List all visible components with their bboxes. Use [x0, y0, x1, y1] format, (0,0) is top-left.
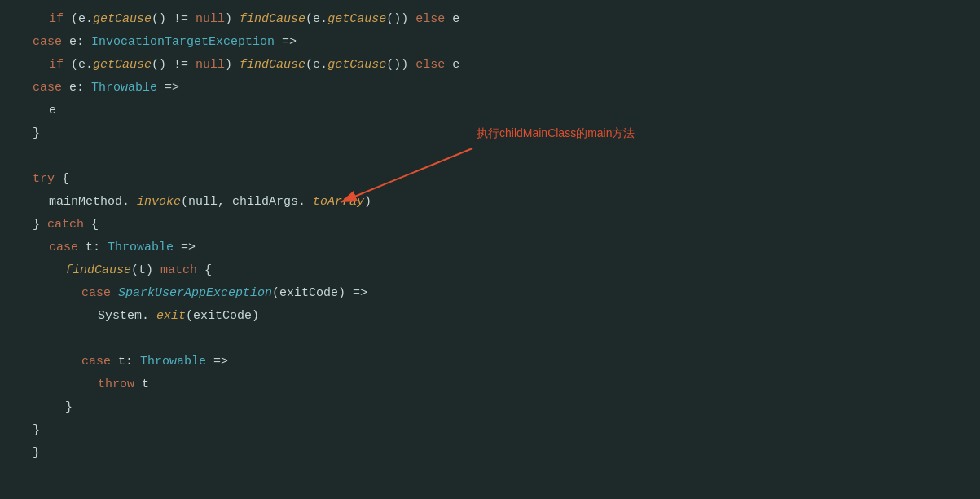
code-token: case	[49, 238, 78, 258]
code-token: Throwable	[91, 78, 157, 98]
code-token: case	[81, 284, 111, 303]
code-token: null	[196, 10, 225, 29]
code-line: case e: InvocationTargetException =>	[0, 31, 980, 54]
code-token: =>	[174, 238, 196, 258]
code-line: } catch {	[0, 214, 980, 236]
code-token: getCause	[327, 10, 386, 29]
code-token: e	[49, 101, 56, 121]
code-token: =>	[157, 78, 179, 98]
code-token: )	[225, 55, 240, 75]
code-token: (null, childArgs.	[181, 192, 313, 212]
code-token: ())	[386, 55, 415, 75]
code-token: getCause	[327, 55, 386, 75]
code-line	[0, 145, 980, 168]
code-token: SparkUserAppException	[118, 284, 272, 303]
code-token: case	[33, 78, 62, 98]
code-token: findCause	[240, 55, 305, 75]
code-token: =>	[206, 352, 228, 372]
code-token: InvocationTargetException	[91, 33, 275, 52]
code-token: e:	[62, 78, 91, 98]
code-token	[111, 284, 118, 303]
code-line: }	[0, 396, 980, 419]
code-line: if (e.getCause() != null) findCause(e.ge…	[0, 8, 980, 31]
code-token: toArray	[313, 192, 364, 212]
code-token: (exitCode)	[186, 307, 259, 326]
code-token: }	[33, 215, 47, 235]
code-line	[0, 328, 980, 351]
code-line: }	[0, 419, 980, 442]
code-token: () !=	[152, 55, 196, 75]
code-token: ())	[386, 10, 415, 29]
code-token: catch	[47, 215, 84, 235]
code-line: e	[0, 99, 980, 122]
code-token: else	[415, 55, 445, 75]
code-token: }	[33, 444, 40, 463]
code-line: try {	[0, 168, 980, 191]
annotation-text: 执行childMainClass的main方法	[477, 126, 635, 141]
code-token: t	[134, 375, 149, 395]
code-line: mainMethod. invoke(null, childArgs. toAr…	[0, 191, 980, 214]
code-token: {	[197, 261, 212, 280]
code-line: case e: Throwable =>	[0, 77, 980, 99]
code-token: )	[364, 192, 371, 212]
code-token: else	[415, 10, 445, 29]
code-line: throw t	[0, 373, 980, 396]
code-token: =>	[275, 33, 297, 52]
code-token: if	[49, 55, 64, 75]
code-line: if (e.getCause() != null) findCause(e.ge…	[0, 54, 980, 77]
code-token: System.	[98, 307, 156, 326]
code-token: findCause	[65, 261, 131, 280]
code-token: throw	[98, 375, 134, 395]
code-line: case t: Throwable =>	[0, 351, 980, 373]
code-line: findCause(t) match {	[0, 259, 980, 282]
code-token: }	[33, 421, 40, 440]
code-token: {	[84, 215, 99, 235]
code-token: null	[196, 55, 225, 75]
code-token: Throwable	[140, 352, 206, 372]
code-token: Throwable	[108, 238, 174, 258]
code-token: (exitCode) =>	[272, 284, 367, 303]
code-token: invoke	[137, 192, 181, 212]
code-token: }	[65, 398, 73, 417]
code-container: if (e.getCause() != null) findCause(e.ge…	[0, 0, 980, 499]
code-token: exit	[156, 307, 186, 326]
code-line: case t: Throwable =>	[0, 236, 980, 259]
code-token: t:	[111, 352, 140, 372]
code-line: System. exit(exitCode)	[0, 305, 980, 328]
code-token: match	[160, 261, 197, 280]
code-token: }	[33, 124, 40, 144]
code-token: t:	[78, 238, 108, 258]
code-token: case	[81, 352, 111, 372]
code-token: getCause	[93, 10, 152, 29]
code-token: e	[445, 55, 459, 75]
code-token: mainMethod.	[49, 192, 137, 212]
code-line: }	[0, 442, 980, 465]
code-token: (e.	[64, 10, 93, 29]
code-token: (e.	[305, 55, 327, 75]
code-token: findCause	[240, 10, 305, 29]
code-token: getCause	[93, 55, 152, 75]
code-token: (e.	[305, 10, 327, 29]
code-token: try	[33, 170, 55, 189]
code-token: (t)	[131, 261, 160, 280]
code-token: (e.	[64, 55, 93, 75]
code-token: () !=	[152, 10, 196, 29]
code-token: case	[33, 33, 62, 52]
code-line: case SparkUserAppException(exitCode) =>	[0, 282, 980, 305]
code-token: e	[445, 10, 459, 29]
code-token: )	[225, 10, 240, 29]
code-token: {	[55, 170, 69, 189]
code-token: e:	[62, 33, 91, 52]
code-token: if	[49, 10, 64, 29]
